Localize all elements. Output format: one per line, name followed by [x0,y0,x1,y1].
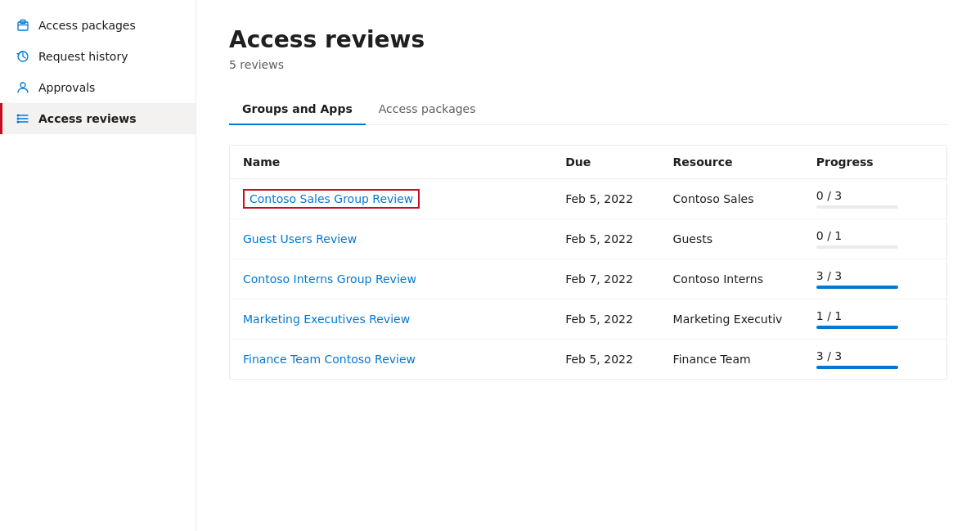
review-progress: 1 / 1 [803,299,946,340]
approvals-icon [16,80,30,95]
review-resource: Contoso Interns [660,259,803,299]
review-name-link[interactable]: Finance Team Contoso Review [243,353,416,366]
sidebar-item-access-reviews[interactable]: Access reviews [0,103,196,134]
table-row: Finance Team Contoso ReviewFeb 5, 2022Fi… [230,340,946,380]
table-row: Contoso Interns Group ReviewFeb 7, 2022C… [230,259,946,299]
review-progress: 0 / 1 [803,219,946,259]
svg-point-9 [17,118,20,120]
progress-bar-track [816,286,898,289]
svg-point-8 [17,115,20,117]
sidebar-item-label: Request history [38,50,128,63]
review-resource: Contoso Sales [660,179,803,219]
sidebar-item-access-packages[interactable]: Access packages [0,10,196,41]
review-name-link[interactable]: Contoso Sales Group Review [243,189,420,209]
tabs: Groups and Apps Access packages [229,94,947,125]
sidebar-item-approvals[interactable]: Approvals [0,72,196,103]
review-due: Feb 5, 2022 [552,219,659,259]
review-name-link[interactable]: Contoso Interns Group Review [243,272,416,286]
page-subtitle: 5 reviews [229,58,947,71]
svg-point-10 [17,121,20,124]
package-icon [16,18,30,33]
table-row: Guest Users ReviewFeb 5, 2022Guests0 / 1 [230,219,946,259]
tab-access-packages[interactable]: Access packages [366,94,489,125]
review-resource: Finance Team [660,340,803,380]
table-row: Marketing Executives ReviewFeb 5, 2022Ma… [230,299,946,340]
review-due: Feb 5, 2022 [552,299,659,340]
sidebar-item-label: Access packages [38,19,136,32]
svg-point-4 [20,83,25,88]
progress-bar-fill [816,366,898,369]
reviews-icon [16,111,30,126]
progress-bar-track [816,205,898,209]
progress-bar-track [816,245,898,249]
progress-text: 0 / 3 [816,189,933,202]
col-header-name: Name [230,146,552,179]
review-progress: 3 / 3 [803,340,946,380]
progress-bar-track [816,366,898,369]
review-due: Feb 5, 2022 [552,340,659,380]
sidebar: Access packages Request history Approval… [0,0,196,531]
progress-bar-track [816,326,898,329]
review-progress: 0 / 3 [803,179,946,219]
review-progress: 3 / 3 [803,259,946,299]
progress-text: 3 / 3 [816,349,933,362]
progress-text: 1 / 1 [816,309,933,322]
progress-text: 3 / 3 [816,269,933,282]
sidebar-item-request-history[interactable]: Request history [0,41,196,72]
col-header-progress: Progress [803,146,946,179]
review-resource: Guests [660,219,803,259]
review-due: Feb 5, 2022 [552,179,659,219]
sidebar-item-label: Access reviews [38,112,137,125]
main-content: Access reviews 5 reviews Groups and Apps… [196,0,980,531]
col-header-resource: Resource [660,146,803,179]
review-name-link[interactable]: Marketing Executives Review [243,313,410,326]
history-icon [16,49,30,64]
review-name-link[interactable]: Guest Users Review [243,232,357,245]
table-row: Contoso Sales Group ReviewFeb 5, 2022Con… [230,179,946,219]
page-title: Access reviews [229,26,947,53]
review-due: Feb 7, 2022 [552,259,659,299]
review-resource: Marketing Executiv [660,299,803,340]
progress-bar-fill [816,326,898,329]
reviews-table: Name Due Resource Progress Contoso Sales… [229,145,947,380]
progress-text: 0 / 1 [816,229,933,242]
progress-bar-fill [816,286,898,289]
sidebar-item-label: Approvals [38,81,95,94]
col-header-due: Due [552,146,659,179]
tab-groups-and-apps[interactable]: Groups and Apps [229,94,366,125]
